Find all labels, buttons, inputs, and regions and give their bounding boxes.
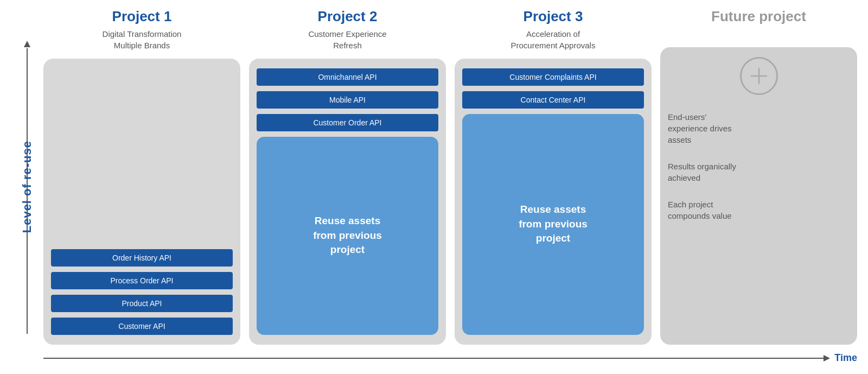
project3-title: Project 3 [524, 8, 583, 25]
project2-subtitle: Customer ExperienceRefresh [308, 28, 386, 51]
x-axis-row: Time [43, 350, 857, 366]
project1-card: Order History API Process Order API Prod… [43, 59, 240, 345]
api-pill-customer: Customer API [51, 318, 233, 335]
project1-subtitle: Digital TransformationMultiple Brands [103, 28, 182, 51]
project1-title: Project 1 [112, 8, 172, 25]
project3-card: Customer Complaints API Contact Center A… [455, 59, 652, 345]
project-col-3: Project 3 Acceleration ofProcurement App… [455, 8, 652, 345]
x-axis-line-container [43, 355, 830, 362]
y-axis-area: Level of re-use [11, 8, 43, 366]
future-text-1: End-users'experience drivesassets [668, 111, 732, 145]
api-pill-mobile: Mobile API [257, 91, 438, 109]
plus-svg [748, 65, 770, 87]
project3-subtitle: Acceleration ofProcurement Approvals [511, 28, 596, 51]
x-axis-arrowhead [824, 355, 830, 362]
project2-title: Project 2 [318, 8, 378, 25]
api-pill-process-order: Process Order API [51, 272, 233, 289]
y-axis-arrowhead [24, 41, 30, 47]
future-plus-icon [740, 57, 778, 95]
project3-reuse-box: Reuse assetsfrom previousproject [462, 114, 644, 335]
api-pill-product: Product API [51, 295, 233, 312]
project2-card: Omnichannel API Mobile API Customer Orde… [249, 59, 446, 345]
y-axis-label: Level of re-use [20, 141, 34, 233]
future-text-3: Each projectcompounds value [668, 199, 732, 221]
future-title: Future project [711, 8, 806, 25]
project-col-future: Future project End-users'experience driv… [660, 8, 857, 345]
project-col-1: Project 1 Digital TransformationMultiple… [43, 8, 240, 345]
api-pill-omnichannel: Omnichannel API [257, 68, 438, 86]
api-pill-order-history: Order History API [51, 249, 233, 267]
project2-reuse-box: Reuse assetsfrom previousproject [257, 137, 438, 335]
future-text-2: Results organicallyachieved [668, 161, 736, 183]
api-pill-contact-center: Contact Center API [462, 91, 644, 109]
x-axis-line [43, 358, 824, 359]
content-area: Project 1 Digital TransformationMultiple… [43, 8, 857, 366]
api-pill-customer-complaints: Customer Complaints API [462, 68, 644, 86]
project-col-2: Project 2 Customer ExperienceRefresh Omn… [249, 8, 446, 345]
projects-row: Project 1 Digital TransformationMultiple… [43, 8, 857, 350]
future-card: End-users'experience drivesassets Result… [660, 47, 857, 345]
x-axis-label: Time [834, 352, 857, 364]
future-subtitle [757, 28, 760, 40]
main-container: Level of re-use Project 1 Digital Transf… [11, 8, 857, 366]
api-pill-customer-order: Customer Order API [257, 114, 438, 131]
